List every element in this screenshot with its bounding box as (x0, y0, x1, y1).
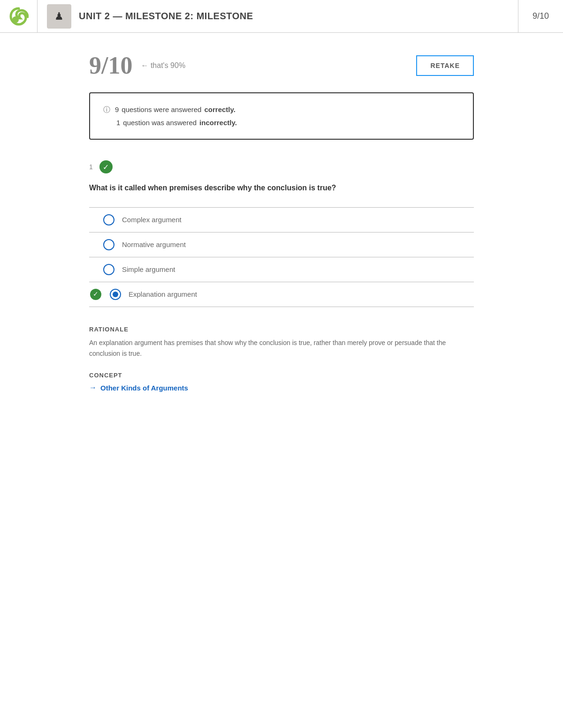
radio-d-fill (113, 292, 118, 297)
option-a-label: Complex argument (122, 216, 182, 224)
score-left: 9/10 ← that's 90% (89, 52, 185, 79)
radio-c[interactable] (103, 264, 114, 275)
incorrect-text: question was answered (123, 117, 197, 129)
option-c[interactable]: Simple argument (89, 257, 474, 282)
options-list: Complex argument Normative argument Simp… (89, 207, 474, 307)
score-big: 9/10 (89, 52, 132, 79)
question-num-row: 1 ✓ (89, 160, 474, 173)
rationale-section: RATIONALE An explanation argument has pr… (89, 326, 474, 392)
summary-incorrect-line: 1 question was answered incorrectly. (103, 117, 460, 129)
option-a[interactable]: Complex argument (89, 207, 474, 233)
unit-info: ♟ UNIT 2 — MILESTONE 2: Milestone (38, 4, 518, 29)
logo-container (0, 0, 38, 33)
radio-d[interactable] (110, 289, 121, 300)
arrow-right-icon: → (89, 383, 97, 392)
radio-a[interactable] (103, 214, 114, 225)
header-score: 9/10 (518, 0, 563, 33)
concept-link[interactable]: → Other Kinds of Arguments (89, 383, 474, 392)
question-correct-check: ✓ (99, 160, 113, 173)
correct-count: 9 (115, 104, 119, 116)
rationale-heading: RATIONALE (89, 326, 474, 333)
summary-correct-line: ⓘ 9 questions were answered correctly. (103, 104, 460, 116)
svg-point-0 (12, 16, 19, 23)
question-section: 1 ✓ What is it called when premises desc… (89, 160, 474, 307)
app-logo (9, 7, 29, 26)
unit-icon: ♟ (47, 4, 71, 29)
correct-check-d: ✓ (90, 289, 101, 300)
question-number: 1 (89, 163, 93, 171)
retake-button[interactable]: RETAKE (416, 55, 474, 76)
option-d[interactable]: ✓ Explanation argument (89, 282, 474, 307)
radio-b[interactable] (103, 239, 114, 250)
main-content: 9/10 ← that's 90% RETAKE ⓘ 9 questions w… (0, 33, 563, 420)
incorrect-bold: incorrectly. (199, 117, 237, 129)
info-icon: ⓘ (103, 104, 110, 116)
option-b[interactable]: Normative argument (89, 233, 474, 257)
question-text: What is it called when premises describe… (89, 182, 474, 194)
rationale-text: An explanation argument has premises tha… (89, 338, 474, 360)
concept-label: Other Kinds of Arguments (100, 384, 188, 392)
option-b-label: Normative argument (122, 240, 186, 248)
header: ♟ UNIT 2 — MILESTONE 2: Milestone 9/10 (0, 0, 563, 33)
concept-heading: CONCEPT (89, 372, 474, 379)
correct-text: questions were answered (122, 104, 201, 116)
correct-bold: correctly. (204, 104, 235, 116)
score-row: 9/10 ← that's 90% RETAKE (89, 52, 474, 79)
incorrect-count: 1 (116, 117, 120, 129)
correct-indicator: ✓ (89, 289, 102, 300)
option-c-label: Simple argument (122, 265, 175, 273)
unit-title: UNIT 2 — MILESTONE 2: Milestone (79, 11, 253, 22)
option-d-label: Explanation argument (129, 290, 197, 298)
score-annotation: ← that's 90% (141, 61, 185, 70)
summary-box: ⓘ 9 questions were answered correctly. 1… (89, 92, 474, 140)
